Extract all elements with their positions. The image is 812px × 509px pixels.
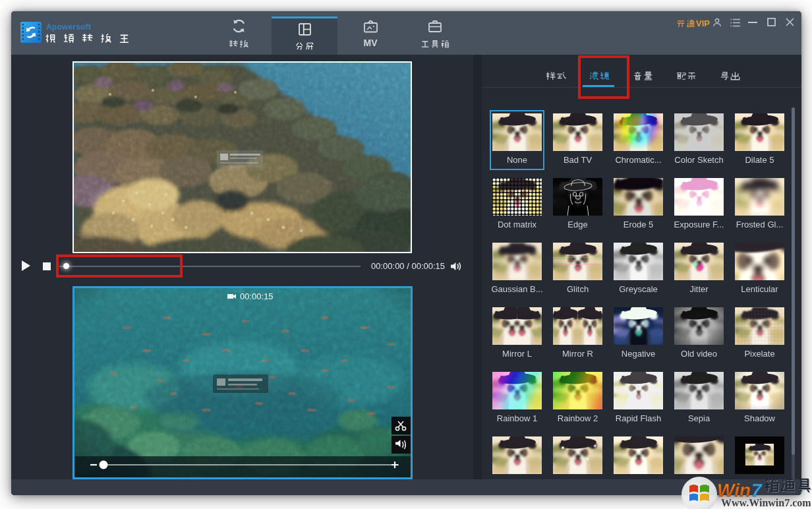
svg-text:00:00:15: 00:00:15: [240, 291, 274, 301]
svg-text:Www.Winwin7.com: Www.Winwin7.com: [721, 497, 811, 508]
